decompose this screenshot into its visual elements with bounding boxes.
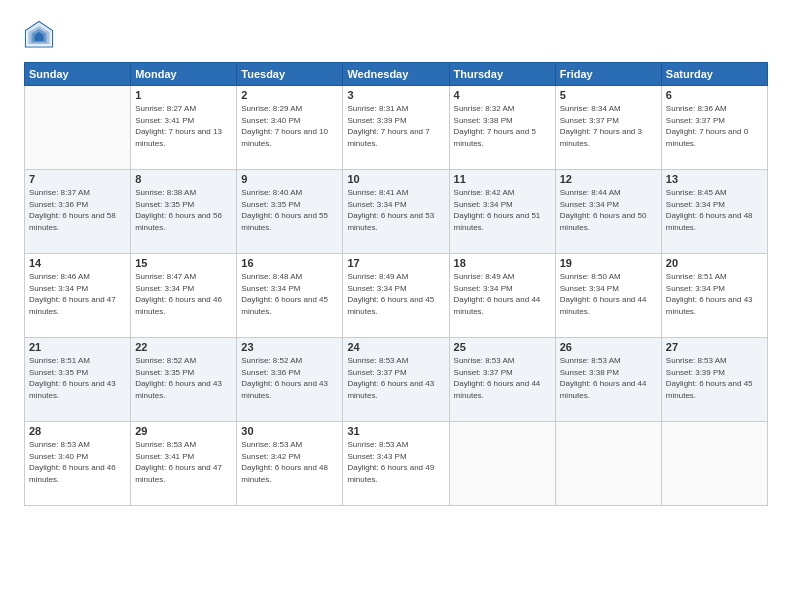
calendar-day-cell	[25, 86, 131, 170]
day-info: Sunrise: 8:50 AMSunset: 3:34 PMDaylight:…	[560, 271, 657, 317]
calendar-header-row: SundayMondayTuesdayWednesdayThursdayFrid…	[25, 63, 768, 86]
calendar-day-cell: 20Sunrise: 8:51 AMSunset: 3:34 PMDayligh…	[661, 254, 767, 338]
calendar: SundayMondayTuesdayWednesdayThursdayFrid…	[24, 62, 768, 506]
calendar-week-row: 1Sunrise: 8:27 AMSunset: 3:41 PMDaylight…	[25, 86, 768, 170]
calendar-day-cell: 6Sunrise: 8:36 AMSunset: 3:37 PMDaylight…	[661, 86, 767, 170]
calendar-day-cell: 30Sunrise: 8:53 AMSunset: 3:42 PMDayligh…	[237, 422, 343, 506]
day-number: 2	[241, 89, 338, 101]
day-info: Sunrise: 8:49 AMSunset: 3:34 PMDaylight:…	[347, 271, 444, 317]
calendar-day-cell	[661, 422, 767, 506]
calendar-day-cell: 21Sunrise: 8:51 AMSunset: 3:35 PMDayligh…	[25, 338, 131, 422]
day-number: 31	[347, 425, 444, 437]
calendar-day-cell: 4Sunrise: 8:32 AMSunset: 3:38 PMDaylight…	[449, 86, 555, 170]
day-number: 20	[666, 257, 763, 269]
calendar-day-cell: 27Sunrise: 8:53 AMSunset: 3:39 PMDayligh…	[661, 338, 767, 422]
day-number: 12	[560, 173, 657, 185]
day-number: 23	[241, 341, 338, 353]
day-number: 3	[347, 89, 444, 101]
calendar-day-cell: 7Sunrise: 8:37 AMSunset: 3:36 PMDaylight…	[25, 170, 131, 254]
day-number: 22	[135, 341, 232, 353]
calendar-day-cell: 17Sunrise: 8:49 AMSunset: 3:34 PMDayligh…	[343, 254, 449, 338]
day-info: Sunrise: 8:51 AMSunset: 3:34 PMDaylight:…	[666, 271, 763, 317]
day-number: 1	[135, 89, 232, 101]
day-info: Sunrise: 8:31 AMSunset: 3:39 PMDaylight:…	[347, 103, 444, 149]
day-info: Sunrise: 8:29 AMSunset: 3:40 PMDaylight:…	[241, 103, 338, 149]
day-number: 30	[241, 425, 338, 437]
calendar-day-cell: 29Sunrise: 8:53 AMSunset: 3:41 PMDayligh…	[131, 422, 237, 506]
day-number: 7	[29, 173, 126, 185]
calendar-day-cell	[449, 422, 555, 506]
day-info: Sunrise: 8:51 AMSunset: 3:35 PMDaylight:…	[29, 355, 126, 401]
day-info: Sunrise: 8:53 AMSunset: 3:41 PMDaylight:…	[135, 439, 232, 485]
day-info: Sunrise: 8:36 AMSunset: 3:37 PMDaylight:…	[666, 103, 763, 149]
calendar-day-cell: 9Sunrise: 8:40 AMSunset: 3:35 PMDaylight…	[237, 170, 343, 254]
day-info: Sunrise: 8:53 AMSunset: 3:38 PMDaylight:…	[560, 355, 657, 401]
day-info: Sunrise: 8:46 AMSunset: 3:34 PMDaylight:…	[29, 271, 126, 317]
calendar-day-cell: 2Sunrise: 8:29 AMSunset: 3:40 PMDaylight…	[237, 86, 343, 170]
day-number: 29	[135, 425, 232, 437]
day-number: 26	[560, 341, 657, 353]
day-number: 24	[347, 341, 444, 353]
page: SundayMondayTuesdayWednesdayThursdayFrid…	[0, 0, 792, 612]
day-info: Sunrise: 8:37 AMSunset: 3:36 PMDaylight:…	[29, 187, 126, 233]
calendar-week-row: 7Sunrise: 8:37 AMSunset: 3:36 PMDaylight…	[25, 170, 768, 254]
calendar-day-cell: 31Sunrise: 8:53 AMSunset: 3:43 PMDayligh…	[343, 422, 449, 506]
day-info: Sunrise: 8:32 AMSunset: 3:38 PMDaylight:…	[454, 103, 551, 149]
day-info: Sunrise: 8:27 AMSunset: 3:41 PMDaylight:…	[135, 103, 232, 149]
day-info: Sunrise: 8:53 AMSunset: 3:37 PMDaylight:…	[347, 355, 444, 401]
day-number: 25	[454, 341, 551, 353]
calendar-header-thursday: Thursday	[449, 63, 555, 86]
day-info: Sunrise: 8:34 AMSunset: 3:37 PMDaylight:…	[560, 103, 657, 149]
calendar-day-cell: 23Sunrise: 8:52 AMSunset: 3:36 PMDayligh…	[237, 338, 343, 422]
day-info: Sunrise: 8:42 AMSunset: 3:34 PMDaylight:…	[454, 187, 551, 233]
day-number: 15	[135, 257, 232, 269]
logo-icon	[24, 20, 54, 50]
calendar-header-saturday: Saturday	[661, 63, 767, 86]
day-number: 19	[560, 257, 657, 269]
calendar-day-cell: 10Sunrise: 8:41 AMSunset: 3:34 PMDayligh…	[343, 170, 449, 254]
calendar-day-cell: 14Sunrise: 8:46 AMSunset: 3:34 PMDayligh…	[25, 254, 131, 338]
calendar-day-cell: 19Sunrise: 8:50 AMSunset: 3:34 PMDayligh…	[555, 254, 661, 338]
day-number: 5	[560, 89, 657, 101]
calendar-day-cell: 13Sunrise: 8:45 AMSunset: 3:34 PMDayligh…	[661, 170, 767, 254]
day-info: Sunrise: 8:40 AMSunset: 3:35 PMDaylight:…	[241, 187, 338, 233]
calendar-day-cell: 26Sunrise: 8:53 AMSunset: 3:38 PMDayligh…	[555, 338, 661, 422]
day-number: 11	[454, 173, 551, 185]
calendar-day-cell: 22Sunrise: 8:52 AMSunset: 3:35 PMDayligh…	[131, 338, 237, 422]
calendar-day-cell: 5Sunrise: 8:34 AMSunset: 3:37 PMDaylight…	[555, 86, 661, 170]
day-info: Sunrise: 8:41 AMSunset: 3:34 PMDaylight:…	[347, 187, 444, 233]
calendar-header-sunday: Sunday	[25, 63, 131, 86]
day-number: 9	[241, 173, 338, 185]
header	[24, 20, 768, 50]
calendar-day-cell	[555, 422, 661, 506]
day-number: 10	[347, 173, 444, 185]
day-info: Sunrise: 8:53 AMSunset: 3:43 PMDaylight:…	[347, 439, 444, 485]
calendar-day-cell: 11Sunrise: 8:42 AMSunset: 3:34 PMDayligh…	[449, 170, 555, 254]
day-info: Sunrise: 8:53 AMSunset: 3:40 PMDaylight:…	[29, 439, 126, 485]
day-number: 28	[29, 425, 126, 437]
day-info: Sunrise: 8:45 AMSunset: 3:34 PMDaylight:…	[666, 187, 763, 233]
day-number: 21	[29, 341, 126, 353]
day-number: 8	[135, 173, 232, 185]
calendar-day-cell: 28Sunrise: 8:53 AMSunset: 3:40 PMDayligh…	[25, 422, 131, 506]
calendar-week-row: 21Sunrise: 8:51 AMSunset: 3:35 PMDayligh…	[25, 338, 768, 422]
calendar-day-cell: 15Sunrise: 8:47 AMSunset: 3:34 PMDayligh…	[131, 254, 237, 338]
day-number: 17	[347, 257, 444, 269]
calendar-day-cell: 25Sunrise: 8:53 AMSunset: 3:37 PMDayligh…	[449, 338, 555, 422]
day-info: Sunrise: 8:44 AMSunset: 3:34 PMDaylight:…	[560, 187, 657, 233]
day-info: Sunrise: 8:52 AMSunset: 3:36 PMDaylight:…	[241, 355, 338, 401]
calendar-week-row: 28Sunrise: 8:53 AMSunset: 3:40 PMDayligh…	[25, 422, 768, 506]
day-number: 13	[666, 173, 763, 185]
day-info: Sunrise: 8:52 AMSunset: 3:35 PMDaylight:…	[135, 355, 232, 401]
day-info: Sunrise: 8:38 AMSunset: 3:35 PMDaylight:…	[135, 187, 232, 233]
calendar-header-tuesday: Tuesday	[237, 63, 343, 86]
day-info: Sunrise: 8:53 AMSunset: 3:37 PMDaylight:…	[454, 355, 551, 401]
calendar-header-monday: Monday	[131, 63, 237, 86]
calendar-day-cell: 24Sunrise: 8:53 AMSunset: 3:37 PMDayligh…	[343, 338, 449, 422]
calendar-day-cell: 16Sunrise: 8:48 AMSunset: 3:34 PMDayligh…	[237, 254, 343, 338]
day-info: Sunrise: 8:47 AMSunset: 3:34 PMDaylight:…	[135, 271, 232, 317]
day-info: Sunrise: 8:48 AMSunset: 3:34 PMDaylight:…	[241, 271, 338, 317]
logo	[24, 20, 58, 50]
day-info: Sunrise: 8:49 AMSunset: 3:34 PMDaylight:…	[454, 271, 551, 317]
day-number: 4	[454, 89, 551, 101]
